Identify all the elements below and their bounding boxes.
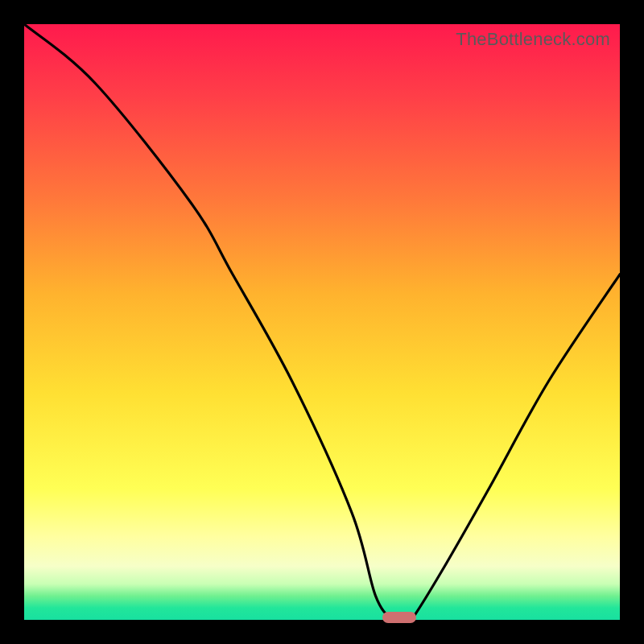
chart-frame: TheBottleneck.com — [0, 0, 644, 644]
optimal-marker — [382, 612, 416, 623]
plot-area: TheBottleneck.com — [24, 24, 620, 620]
bottleneck-curve — [24, 24, 620, 620]
